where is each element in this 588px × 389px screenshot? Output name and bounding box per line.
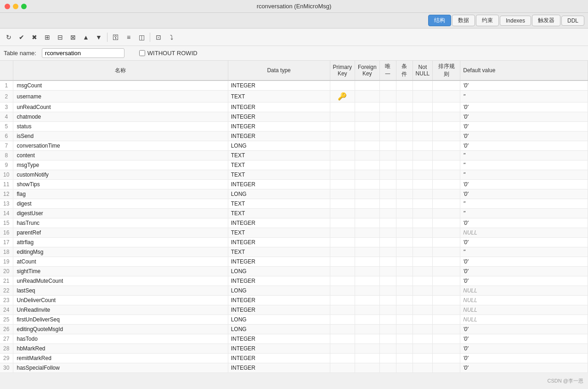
col-check bbox=[396, 325, 413, 334]
col-notnull bbox=[413, 267, 433, 276]
table-row[interactable]: 30hasSpecialFollowINTEGER'0' bbox=[0, 363, 588, 373]
col-collate bbox=[433, 103, 460, 112]
col-datatype: TEXT bbox=[228, 91, 330, 103]
toolbar-btn-pk[interactable]: ⚿ bbox=[110, 31, 122, 43]
col-datatype: INTEGER bbox=[228, 80, 330, 91]
row-number: 3 bbox=[0, 103, 13, 112]
col-fk bbox=[355, 209, 379, 218]
structure-table: 名称 Data type PrimaryKey ForeignKey 唯一 条件… bbox=[0, 61, 588, 373]
maximize-button[interactable] bbox=[21, 4, 27, 9]
table-row[interactable]: 25firstUnDeliverSeqLONGNULL bbox=[0, 315, 588, 325]
col-notnull bbox=[413, 286, 433, 296]
toolbar-btn-move-up[interactable]: ▲ bbox=[80, 31, 92, 43]
table-row[interactable]: 16parentRefTEXTNULL bbox=[0, 228, 588, 238]
table-row[interactable]: 29remitMarkRedINTEGER'0' bbox=[0, 354, 588, 363]
toolbar-btn-remove-col[interactable]: ⊠ bbox=[67, 31, 79, 43]
table-row[interactable]: 9msgTypeTEXT'' bbox=[0, 160, 588, 170]
toolbar-btn-unique[interactable]: ≡ bbox=[123, 31, 135, 43]
table-row[interactable]: 10customNotifyTEXT'' bbox=[0, 170, 588, 180]
col-notnull bbox=[413, 170, 433, 180]
col-check bbox=[396, 286, 413, 296]
tab-constraint[interactable]: 约束 bbox=[476, 15, 499, 26]
toolbar-btn-copy[interactable]: ⊡ bbox=[153, 31, 164, 43]
close-button[interactable] bbox=[5, 4, 10, 9]
col-unique bbox=[379, 199, 396, 209]
table-row[interactable]: 22lastSeqLONGNULL bbox=[0, 286, 588, 296]
col-pk bbox=[330, 334, 355, 344]
col-check bbox=[396, 122, 413, 132]
col-check bbox=[396, 103, 413, 112]
table-row[interactable]: 12flagLONG'0' bbox=[0, 189, 588, 199]
toolbar-btn-move-down[interactable]: ▼ bbox=[93, 31, 105, 43]
table-row[interactable]: 26editingQuoteMsgIdLONG'0' bbox=[0, 325, 588, 334]
table-row[interactable]: 13digestTEXT'' bbox=[0, 199, 588, 209]
col-name: msgCount bbox=[13, 80, 228, 91]
content-area[interactable]: 名称 Data type PrimaryKey ForeignKey 唯一 条件… bbox=[0, 61, 588, 389]
col-collate bbox=[433, 91, 460, 103]
col-default: NULL bbox=[460, 296, 588, 305]
col-name: msgType bbox=[13, 160, 228, 170]
tab-data[interactable]: 数据 bbox=[452, 15, 475, 26]
table-row[interactable]: 6isSendINTEGER'0' bbox=[0, 132, 588, 141]
table-row[interactable]: 11showTipsINTEGER'0' bbox=[0, 180, 588, 189]
table-row[interactable]: 4chatmodeINTEGER'0' bbox=[0, 112, 588, 122]
table-name-input[interactable] bbox=[42, 48, 124, 58]
row-number: 2 bbox=[0, 91, 13, 103]
minimize-button[interactable] bbox=[13, 4, 18, 9]
tab-ddl[interactable]: DDL bbox=[561, 16, 584, 26]
col-notnull bbox=[413, 228, 433, 238]
table-row[interactable]: 27hasTodoINTEGER'0' bbox=[0, 334, 588, 344]
col-default: '0' bbox=[460, 103, 588, 112]
col-unique bbox=[379, 122, 396, 132]
without-rowid-checkbox[interactable] bbox=[139, 50, 145, 56]
tab-indexes[interactable]: Indexes bbox=[500, 16, 531, 26]
table-row[interactable]: 21unReadMuteCountINTEGER'0' bbox=[0, 276, 588, 286]
table-row[interactable]: 1msgCountINTEGER'0' bbox=[0, 80, 588, 91]
toolbar-btn-add-col[interactable]: ⊞ bbox=[41, 31, 53, 43]
col-datatype: INTEGER bbox=[228, 132, 330, 141]
col-name: showTips bbox=[13, 180, 228, 189]
col-fk bbox=[355, 325, 379, 334]
col-fk bbox=[355, 315, 379, 325]
table-row[interactable]: 17attrflagINTEGER'0' bbox=[0, 238, 588, 247]
col-notnull bbox=[413, 189, 433, 199]
table-row[interactable]: 24UnReadInviteINTEGERNULL bbox=[0, 305, 588, 315]
col-pk bbox=[330, 141, 355, 151]
table-row[interactable]: 23UnDeliverCountINTEGERNULL bbox=[0, 296, 588, 305]
table-row[interactable]: 15hasTruncINTEGER'0' bbox=[0, 218, 588, 228]
row-number: 7 bbox=[0, 141, 13, 151]
table-row[interactable]: 20sightTimeLONG'0' bbox=[0, 267, 588, 276]
row-number: 9 bbox=[0, 160, 13, 170]
toolbar-btn-paste[interactable]: ⤵ bbox=[165, 31, 177, 43]
table-row[interactable]: 19atCountINTEGER'0' bbox=[0, 257, 588, 267]
col-datatype: TEXT bbox=[228, 160, 330, 170]
toolbar-btn-insert-col[interactable]: ⊟ bbox=[54, 31, 66, 43]
table-row[interactable]: 3unReadCountINTEGER'0' bbox=[0, 103, 588, 112]
col-fk bbox=[355, 91, 379, 103]
toolbar-btn-refresh[interactable]: ↻ bbox=[3, 31, 15, 43]
toolbar-btn-cancel[interactable]: ✖ bbox=[28, 31, 40, 43]
toolbar: ↻✔✖⊞⊟⊠▲▼⚿≡◫⊡⤵ bbox=[0, 29, 588, 46]
col-fk bbox=[355, 363, 379, 373]
table-row[interactable]: 28hbMarkRedINTEGER'0' bbox=[0, 344, 588, 354]
col-notnull bbox=[413, 122, 433, 132]
tab-structure[interactable]: 结构 bbox=[428, 15, 451, 26]
table-row[interactable]: 7conversationTimeLONG'0' bbox=[0, 141, 588, 151]
row-number: 4 bbox=[0, 112, 13, 122]
table-row[interactable]: 18editingMsgTEXT'' bbox=[0, 247, 588, 257]
col-fk bbox=[355, 141, 379, 151]
col-collate bbox=[433, 189, 460, 199]
col-default: '0' bbox=[460, 267, 588, 276]
table-row[interactable]: 5statusINTEGER'0' bbox=[0, 122, 588, 132]
col-unique bbox=[379, 325, 396, 334]
col-fk bbox=[355, 80, 379, 91]
table-row[interactable]: 2usernameTEXT🔑'' bbox=[0, 91, 588, 103]
toolbar-btn-index[interactable]: ◫ bbox=[136, 31, 147, 43]
table-row[interactable]: 8contentTEXT'' bbox=[0, 151, 588, 160]
toolbar-btn-confirm[interactable]: ✔ bbox=[16, 31, 28, 43]
col-header-datatype: Data type bbox=[228, 61, 330, 80]
col-datatype: TEXT bbox=[228, 199, 330, 209]
tab-triggers[interactable]: 触发器 bbox=[532, 15, 560, 26]
col-notnull bbox=[413, 315, 433, 325]
table-row[interactable]: 14digestUserTEXT'' bbox=[0, 209, 588, 218]
